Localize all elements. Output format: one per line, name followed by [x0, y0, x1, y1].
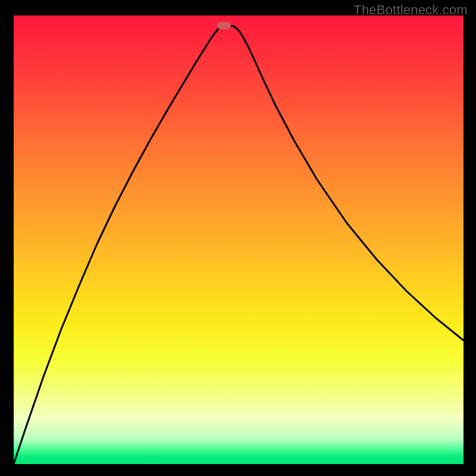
optimal-point-marker	[217, 22, 231, 29]
watermark-text: TheBottleneck.com	[353, 2, 468, 18]
chart-plot-area	[14, 15, 464, 464]
bottleneck-curve	[14, 15, 464, 464]
